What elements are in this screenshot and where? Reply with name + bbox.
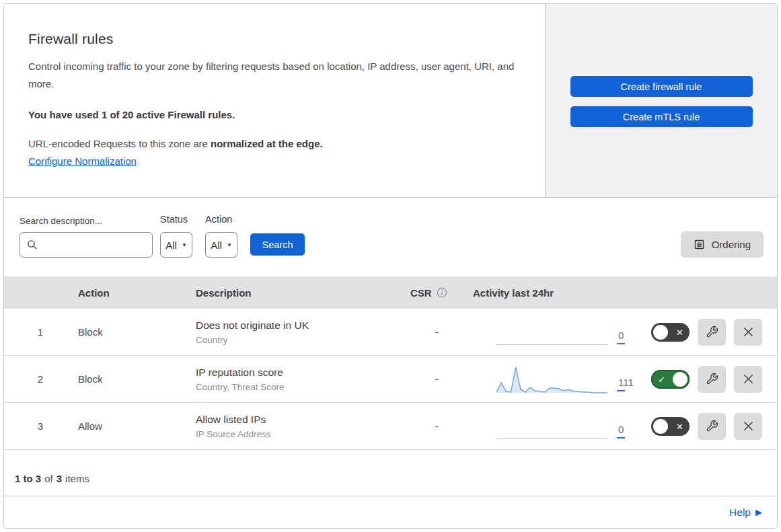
rule-description: IP reputation score bbox=[196, 367, 283, 379]
rule-enabled-toggle[interactable]: ✓ ✕ bbox=[651, 323, 690, 342]
toggle-x-icon: ✕ bbox=[676, 328, 683, 336]
page-description: Control incoming traffic to your zone by… bbox=[28, 58, 516, 93]
delete-rule-button[interactable] bbox=[734, 319, 762, 346]
delete-rule-button[interactable] bbox=[734, 413, 762, 440]
table-row: 3 Allow Allow listed IPs IP Source Addre… bbox=[4, 403, 777, 450]
close-icon bbox=[743, 373, 754, 385]
items-total: 3 bbox=[57, 473, 62, 484]
rule-action: Block bbox=[65, 309, 182, 355]
action-filter-value: All bbox=[211, 239, 222, 251]
rule-match-fields: IP Source Address bbox=[196, 429, 271, 439]
toggle-knob bbox=[653, 325, 668, 340]
column-action: Action bbox=[65, 287, 182, 299]
activity-count-link[interactable]: 0 bbox=[617, 330, 625, 344]
rule-priority: 1 bbox=[4, 309, 65, 355]
rule-action: Block bbox=[65, 356, 182, 402]
activity-flat-line bbox=[496, 344, 607, 345]
status-filter-value: All bbox=[165, 239, 177, 251]
toggle-knob bbox=[653, 419, 668, 434]
search-field-wrap bbox=[20, 232, 153, 258]
normalization-bold-text: normalized at the edge. bbox=[211, 138, 323, 149]
edit-rule-button[interactable] bbox=[698, 319, 726, 346]
wrench-icon bbox=[706, 326, 718, 338]
create-mtls-rule-button[interactable]: Create mTLS rule bbox=[570, 106, 753, 127]
activity-sparkline bbox=[496, 365, 607, 394]
close-icon bbox=[743, 326, 754, 338]
rule-activity-cell: 111 bbox=[467, 356, 635, 402]
rule-activity-cell: 0 bbox=[467, 309, 635, 355]
rule-enabled-toggle[interactable]: ✓ ✕ bbox=[651, 417, 690, 436]
list-document-icon bbox=[694, 239, 705, 250]
activity-count-link[interactable]: 111 bbox=[617, 377, 625, 391]
normalization-text: URL-encoded Requests to this zone are bbox=[28, 138, 211, 149]
delete-rule-button[interactable] bbox=[734, 366, 762, 393]
close-icon bbox=[743, 420, 754, 432]
toggle-check-icon: ✓ bbox=[658, 375, 665, 383]
configure-normalization-link[interactable]: Configure Normalization bbox=[28, 155, 137, 167]
rule-match-fields: Country bbox=[196, 335, 227, 345]
action-filter-label: Action bbox=[205, 214, 232, 225]
table-row: 2 Block IP reputation score Country, Thr… bbox=[4, 356, 777, 403]
rule-action: Allow bbox=[65, 403, 182, 449]
chevron-down-icon: ▼ bbox=[182, 242, 187, 248]
column-description: Description bbox=[182, 287, 406, 299]
activity-count-link[interactable]: 0 bbox=[617, 424, 625, 439]
wrench-icon bbox=[706, 420, 718, 432]
rule-priority: 2 bbox=[4, 356, 65, 402]
rule-match-fields: Country, Threat Score bbox=[196, 382, 285, 392]
filter-section: Search description... Status All ▼ Actio… bbox=[4, 198, 777, 276]
rule-controls-cell: ✓ ✕ bbox=[635, 356, 777, 402]
wrench-icon bbox=[706, 373, 718, 385]
usage-summary: You have used 1 of 20 active Firewall ru… bbox=[28, 109, 518, 120]
normalization-note: URL-encoded Requests to this zone are no… bbox=[28, 138, 518, 149]
help-link[interactable]: Help bbox=[729, 506, 751, 519]
activity-sparkline bbox=[496, 317, 607, 347]
column-activity: Activity last 24hr bbox=[467, 287, 635, 299]
status-filter-dropdown[interactable]: All ▼ bbox=[160, 232, 192, 258]
table-header: Action Description CSR Activity last 24h… bbox=[4, 276, 777, 309]
chevron-down-icon: ▼ bbox=[227, 242, 232, 248]
rule-description: Allow listed IPs bbox=[196, 414, 266, 426]
create-firewall-rule-button[interactable]: Create firewall rule bbox=[570, 76, 753, 97]
rule-description-cell: Allow listed IPs IP Source Address bbox=[182, 403, 406, 449]
edit-rule-button[interactable] bbox=[698, 413, 726, 440]
rule-description-cell: Does not originate in UK Country bbox=[182, 309, 406, 355]
info-icon[interactable] bbox=[437, 287, 447, 298]
rule-controls-cell: ✓ ✕ bbox=[635, 309, 777, 355]
search-label: Search description... bbox=[20, 216, 102, 226]
toggle-x-icon: ✕ bbox=[676, 422, 683, 430]
items-range: 1 to 3 bbox=[15, 473, 41, 484]
column-csr: CSR bbox=[406, 287, 467, 299]
page-title: Firewall rules bbox=[28, 31, 518, 47]
intro-card: Firewall rules Control incoming traffic … bbox=[4, 4, 546, 197]
activity-sparkline bbox=[496, 412, 607, 441]
rule-enabled-toggle[interactable]: ✓ ✕ bbox=[651, 370, 690, 389]
status-filter-label: Status bbox=[160, 214, 188, 225]
rule-csr-value: - bbox=[406, 356, 467, 402]
items-text: items bbox=[65, 473, 89, 484]
of-text: of bbox=[44, 473, 53, 484]
rule-description-cell: IP reputation score Country, Threat Scor… bbox=[182, 356, 406, 402]
activity-flat-line bbox=[496, 439, 607, 439]
header-section: Firewall rules Control incoming traffic … bbox=[4, 4, 777, 198]
ordering-button[interactable]: Ordering bbox=[681, 231, 764, 258]
sparkline-chart bbox=[496, 365, 607, 394]
firewall-rules-panel: Firewall rules Control incoming traffic … bbox=[3, 3, 778, 529]
rule-csr-value: - bbox=[406, 403, 467, 449]
search-input[interactable] bbox=[20, 232, 153, 258]
help-bar: Help ▶ bbox=[4, 496, 777, 528]
action-filter-dropdown[interactable]: All ▼ bbox=[205, 232, 237, 258]
edit-rule-button[interactable] bbox=[698, 366, 726, 393]
column-csr-label: CSR bbox=[410, 287, 432, 299]
table-body: 1 Block Does not originate in UK Country… bbox=[4, 309, 777, 450]
search-button[interactable]: Search bbox=[250, 233, 305, 256]
action-side-panel: Create firewall rule Create mTLS rule bbox=[546, 4, 777, 197]
ordering-button-label: Ordering bbox=[712, 239, 751, 250]
rule-priority: 3 bbox=[4, 403, 65, 449]
rule-csr-value: - bbox=[406, 309, 467, 355]
arrow-right-icon[interactable]: ▶ bbox=[755, 507, 762, 517]
toggle-knob bbox=[673, 372, 687, 387]
rule-activity-cell: 0 bbox=[467, 403, 635, 449]
rule-description: Does not originate in UK bbox=[196, 319, 309, 332]
pagination-summary: 1 to 3 of 3 items bbox=[4, 450, 777, 495]
